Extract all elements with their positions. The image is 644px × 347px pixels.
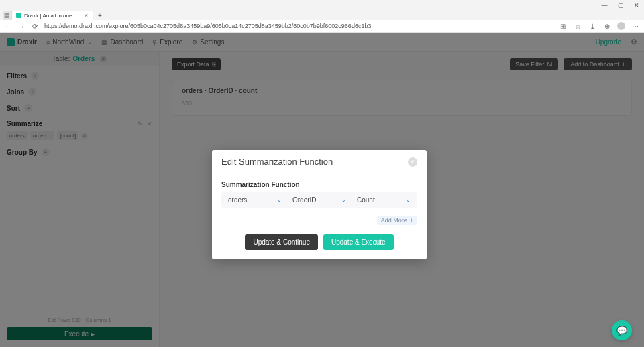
downloads-icon[interactable]: ⤓ [588,23,597,30]
modal-header: Edit Summarization Function ✕ [212,150,427,174]
add-more-button[interactable]: Add More + [377,216,417,225]
column-select[interactable]: OrderID ⌄ [290,195,349,205]
chevron-down-icon: ⌄ [341,197,346,203]
table-select[interactable]: orders ⌄ [225,195,284,205]
modal-footer: Update & Continue Update & Execute [212,228,427,259]
chat-icon: 💬 [616,326,627,336]
nav-back-button[interactable]: ← [4,23,12,30]
url-field[interactable]: https://demo.draxlr.com/explore/605b0ca0… [44,23,553,29]
new-tab-button[interactable]: + [95,11,105,20]
window-maximize-button[interactable]: ▢ [616,1,625,10]
browser-address-bar: ← → ⟳ https://demo.draxlr.com/explore/60… [0,20,644,33]
tab-sidebar-button[interactable]: ▤ [3,11,12,20]
profile-avatar[interactable] [617,22,625,30]
app-root: Draxlr ≡ NorthWind ⌄ ▦ Dashboard ⚲ Explo… [0,33,644,347]
edit-summarization-modal: Edit Summarization Function ✕ Summarizat… [212,150,427,259]
tab-title: Draxlr | An all in one platform to [24,13,81,19]
chat-widget-button[interactable]: 💬 [612,320,632,340]
update-execute-button[interactable]: Update & Execute [323,234,394,250]
browser-more-icon[interactable]: ⋯ [631,23,640,30]
summarization-function-label: Summarization Function [221,181,417,188]
favorites-icon[interactable]: ☆ [573,23,582,30]
chevron-down-icon: ⌄ [277,197,282,203]
modal-body: Summarization Function orders ⌄ OrderID … [212,174,427,228]
table-select-value: orders [228,196,277,204]
chevron-down-icon: ⌄ [406,197,411,203]
add-more-label: Add More [381,217,407,224]
window-titlebar: — ▢ ✕ [0,0,644,11]
plus-icon: + [410,217,413,224]
tab-close-icon[interactable]: ✕ [84,13,89,19]
modal-title: Edit Summarization Function [221,157,408,167]
tab-favicon [16,13,21,18]
browser-tabbar: ▤ Draxlr | An all in one platform to ✕ + [0,11,644,20]
update-continue-button[interactable]: Update & Continue [245,234,318,250]
nav-forward-button[interactable]: → [17,23,25,30]
column-select-value: OrderID [292,196,341,204]
window-minimize-button[interactable]: — [600,1,609,10]
window-close-button[interactable]: ✕ [632,1,641,10]
function-select-value: Count [357,196,406,204]
browser-tab[interactable]: Draxlr | An all in one platform to ✕ [12,11,93,20]
function-select[interactable]: Count ⌄ [354,195,413,205]
summarization-selects: orders ⌄ OrderID ⌄ Count ⌄ [221,192,417,208]
nav-reload-button[interactable]: ⟳ [31,23,39,30]
collections-icon[interactable]: ⊕ [602,23,612,30]
extensions-icon[interactable]: ⊞ [558,23,568,30]
modal-close-button[interactable]: ✕ [408,157,417,167]
